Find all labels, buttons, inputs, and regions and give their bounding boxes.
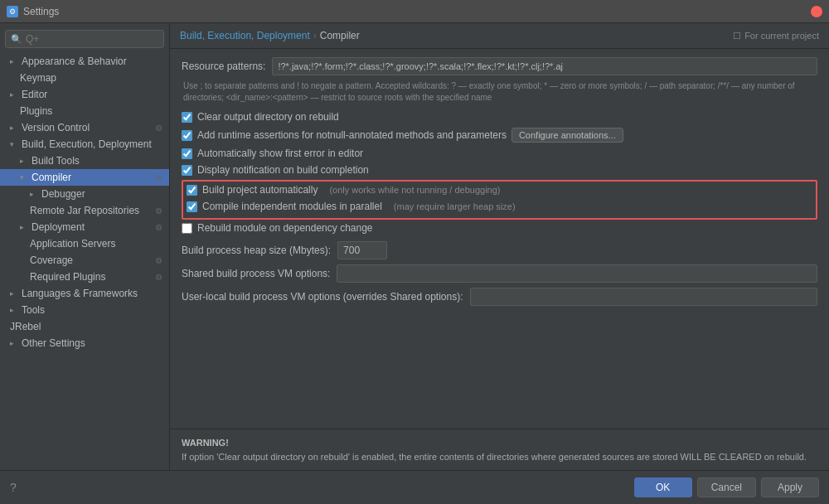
- sidebar-item-app-servers[interactable]: Application Servers: [0, 235, 169, 252]
- gear-icon: ⚙: [155, 206, 162, 216]
- apply-button[interactable]: Apply: [761, 477, 819, 497]
- sidebar-item-tools[interactable]: Tools: [0, 302, 169, 318]
- compile-parallel-label[interactable]: Compile independent modules in parallel: [202, 201, 382, 212]
- sidebar-item-editor[interactable]: Editor: [0, 86, 169, 103]
- highlighted-options-section: Build project automatically (only works …: [182, 180, 817, 220]
- sidebar-item-label: Remote Jar Repositories: [30, 205, 139, 216]
- sidebar-item-compiler[interactable]: Compiler ⚙: [0, 169, 169, 186]
- warning-text: If option 'Clear output directory on reb…: [182, 450, 817, 464]
- chevron-icon: [10, 57, 18, 65]
- runtime-assertions-label[interactable]: Add runtime assertions for notnull-annot…: [197, 129, 507, 141]
- checkbox-icon: ☐: [733, 31, 741, 41]
- gear-icon: ⚙: [155, 124, 162, 133]
- title-bar: ⚙ Settings ×: [0, 0, 829, 23]
- sidebar-item-version-control[interactable]: Version Control ⚙: [0, 119, 169, 136]
- display-notification-checkbox[interactable]: [182, 165, 192, 176]
- sidebar-item-keymap[interactable]: Keymap: [0, 70, 169, 86]
- sidebar-item-label: Tools: [22, 304, 45, 316]
- sidebar-item-deployment[interactable]: Deployment ⚙: [0, 219, 169, 235]
- sidebar-item-coverage[interactable]: Coverage ⚙: [0, 252, 169, 269]
- auto-show-error-checkbox[interactable]: [182, 148, 192, 159]
- close-button[interactable]: ×: [811, 6, 822, 17]
- auto-show-error-label[interactable]: Automatically show first error in editor: [197, 148, 363, 159]
- chevron-icon: [10, 90, 18, 99]
- for-project-link[interactable]: ☐ For current project: [733, 31, 819, 41]
- heap-size-input[interactable]: [337, 241, 387, 259]
- sidebar-item-label: Build Tools: [32, 155, 80, 167]
- sidebar-item-build-tools[interactable]: Build Tools: [0, 153, 169, 169]
- cancel-button[interactable]: Cancel: [697, 477, 756, 497]
- compile-parallel-checkbox[interactable]: [187, 201, 197, 212]
- sidebar-item-label: Languages & Frameworks: [22, 288, 138, 299]
- gear-icon: ⚙: [155, 273, 162, 282]
- sidebar-item-label: Compiler: [32, 172, 71, 183]
- rebuild-dependency-checkbox[interactable]: [182, 223, 192, 234]
- clear-output-checkbox[interactable]: [182, 112, 192, 123]
- chevron-icon: [10, 124, 18, 132]
- compile-parallel-row: Compile independent modules in parallel …: [187, 200, 812, 213]
- sidebar-item-debugger[interactable]: Debugger: [0, 186, 169, 202]
- sidebar-item-label: Deployment: [32, 221, 85, 233]
- gear-icon: ⚙: [155, 223, 162, 232]
- display-notification-label[interactable]: Display notification on build completion: [197, 164, 369, 176]
- sidebar-item-build-execution[interactable]: Build, Execution, Deployment: [0, 136, 169, 153]
- sidebar-item-label: JRebel: [10, 321, 41, 332]
- breadcrumb-part1[interactable]: Build, Execution, Deployment: [180, 30, 310, 41]
- sidebar-item-label: Build, Execution, Deployment: [22, 138, 152, 150]
- resource-patterns-input[interactable]: [272, 57, 817, 75]
- shared-vm-label: Shared build process VM options:: [182, 268, 330, 279]
- shared-vm-input[interactable]: [337, 264, 817, 283]
- clear-output-row: Clear output directory on rebuild: [182, 110, 817, 124]
- build-auto-checkbox[interactable]: [187, 185, 197, 196]
- sidebar-item-label: Version Control: [22, 122, 90, 133]
- runtime-assertions-row: Add runtime assertions for notnull-annot…: [182, 127, 817, 143]
- runtime-assertions-checkbox[interactable]: [182, 130, 192, 141]
- chevron-icon: [10, 339, 18, 347]
- breadcrumb: Build, Execution, Deployment › Compiler …: [170, 23, 829, 49]
- shared-vm-row: Shared build process VM options:: [182, 264, 817, 283]
- build-auto-label[interactable]: Build project automatically: [202, 184, 318, 196]
- user-local-vm-input[interactable]: [470, 288, 818, 306]
- sidebar-item-label: Plugins: [20, 105, 52, 117]
- sidebar-item-jrebel[interactable]: JRebel: [0, 318, 169, 335]
- sidebar-item-plugins[interactable]: Plugins: [0, 103, 169, 119]
- build-auto-row: Build project automatically (only works …: [187, 183, 812, 196]
- search-input[interactable]: [26, 33, 158, 45]
- chevron-icon: [30, 190, 38, 198]
- resource-patterns-label: Resource patterns:: [182, 61, 265, 72]
- user-local-vm-row: User-local build process VM options (ove…: [182, 288, 817, 306]
- sidebar-item-languages[interactable]: Languages & Frameworks: [0, 285, 169, 302]
- build-auto-note: (only works while not running / debuggin…: [329, 185, 500, 195]
- title-bar-controls: ×: [811, 6, 822, 17]
- heap-size-label: Build process heap size (Mbytes):: [182, 245, 331, 256]
- sidebar-item-label: Keymap: [20, 72, 56, 84]
- ok-button[interactable]: OK: [634, 477, 692, 497]
- rebuild-dependency-label[interactable]: Rebuild module on dependency change: [197, 222, 373, 234]
- sidebar-item-label: Editor: [22, 89, 47, 100]
- sidebar-item-other-settings[interactable]: Other Settings: [0, 335, 169, 351]
- chevron-icon: [20, 173, 28, 182]
- content-area: Resource patterns: Use ; to separate pat…: [170, 49, 829, 429]
- app-icon: ⚙: [7, 6, 18, 17]
- sidebar-item-label: Application Servers: [30, 238, 115, 250]
- dialog-title: Settings: [23, 6, 811, 17]
- sidebar-item-remote-jar[interactable]: Remote Jar Repositories ⚙: [0, 202, 169, 219]
- chevron-icon: [10, 289, 18, 298]
- gear-icon: ⚙: [155, 256, 162, 265]
- sidebar-item-required-plugins[interactable]: Required Plugins ⚙: [0, 269, 169, 285]
- sidebar-item-label: Other Settings: [22, 337, 85, 349]
- search-box[interactable]: 🔍: [5, 30, 164, 48]
- settings-dialog: 🔍 Appearance & Behavior Keymap Editor Pl…: [0, 23, 829, 504]
- gear-icon: ⚙: [155, 173, 162, 182]
- rebuild-dependency-row: Rebuild module on dependency change: [182, 221, 817, 235]
- sidebar-item-label: Appearance & Behavior: [22, 56, 127, 67]
- main-content: Build, Execution, Deployment › Compiler …: [170, 23, 829, 470]
- resource-patterns-row: Resource patterns:: [182, 57, 817, 75]
- chevron-icon: [10, 306, 18, 314]
- help-button[interactable]: ?: [10, 481, 17, 494]
- configure-annotations-button[interactable]: Configure annotations...: [511, 128, 623, 143]
- clear-output-label[interactable]: Clear output directory on rebuild: [197, 111, 339, 123]
- resource-patterns-hint: Use ; to separate patterns and ! to nega…: [183, 80, 817, 104]
- chevron-icon: [10, 140, 18, 148]
- sidebar-item-appearance[interactable]: Appearance & Behavior: [0, 53, 169, 70]
